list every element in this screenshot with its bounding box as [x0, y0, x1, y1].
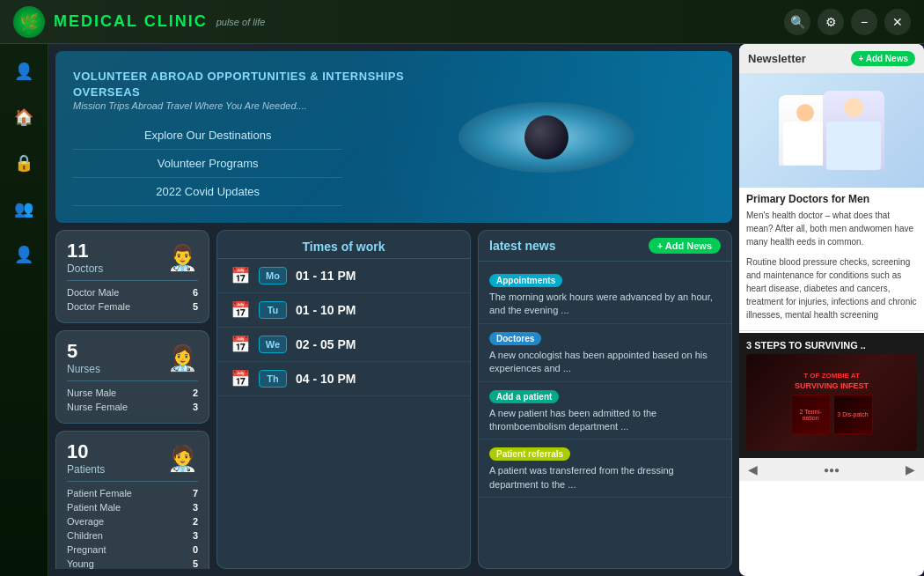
newsletter-article-body2: Routine blood pressure checks, screening… [739, 255, 924, 329]
nurse-female-val: 3 [193, 402, 198, 412]
day-badge: Mo [259, 267, 287, 284]
newsletter-second-section: 3 STEPS TO SURVIVING .. T OF ZOMBIE AT S… [739, 333, 924, 458]
patients-stat-top: 10 Patients 🧑‍⚕️ [67, 440, 198, 476]
day-badge: Th [259, 370, 287, 388]
time-range: 01 - 11 PM [296, 269, 356, 283]
sidebar-item-group[interactable]: 👥 [10, 195, 38, 223]
doctors-stat-top: 11 Doctors 👨‍⚕️ [67, 240, 198, 275]
patient-row-label: Children [67, 530, 103, 541]
sidebar-item-security[interactable]: 🔒 [10, 149, 38, 177]
patient-row-label: Patient Female [67, 488, 132, 498]
patients-divider [67, 481, 198, 482]
hero-menu-destinations[interactable]: Explore Our Destinations [73, 122, 342, 150]
newsletter-header: Newsletter + Add News [739, 44, 924, 73]
topbar: 🌿 MEDICAL CLINIC pulse of life 🔍 ⚙ − ✕ [0, 0, 924, 44]
patients-card: 10 Patients 🧑‍⚕️ Patient Female7Patient … [55, 431, 209, 569]
news-item[interactable]: Patient referrals A patient was transfer… [479, 439, 731, 498]
stats-column: 11 Doctors 👨‍⚕️ Doctor Male 6 Doctor Fem… [55, 230, 209, 569]
doctors-label: Doctors [67, 262, 103, 275]
newsletter-article-title: Primary Doctors for Men [739, 188, 924, 209]
doctor-female-val: 5 [193, 301, 198, 312]
doctors-info: 11 Doctors [67, 240, 103, 275]
newsletter-image [739, 73, 924, 188]
patient-stat-row: Patient Male3 [67, 500, 198, 514]
schedule-row: 📅 We 02 - 05 PM [217, 328, 470, 362]
hero-menu-volunteer[interactable]: Volunteer Programs [73, 150, 342, 178]
search-icon[interactable]: 🔍 [784, 9, 810, 35]
minimize-icon[interactable]: − [851, 9, 877, 35]
time-range: 01 - 10 PM [296, 303, 356, 317]
nurses-label: Nurses [67, 363, 100, 375]
patient-row-val: 0 [193, 544, 198, 555]
calendar-icon: 📅 [231, 300, 250, 320]
doctor-male-row: Doctor Male 6 [67, 285, 198, 299]
nurses-info: 5 Nurses [67, 340, 100, 375]
patient-row-label: Pregnant [67, 544, 106, 555]
settings-icon[interactable]: ⚙ [818, 9, 844, 35]
nurse-male-label: Nurse Male [67, 388, 116, 398]
nurses-stat-top: 5 Nurses 👩‍⚕️ [67, 340, 198, 375]
time-range: 02 - 05 PM [296, 337, 356, 351]
newsletter-content: Primary Doctors for Men Men's health doc… [739, 73, 924, 576]
hero-text-area: VOLUNTEER ABROAD OPPORTUNITIES & INTERNS… [55, 51, 428, 223]
news-item-text: A new patient has been admitted to the t… [489, 407, 721, 434]
nurse-male-val: 2 [193, 388, 198, 398]
nurse-female-label: Nurse Female [67, 402, 128, 412]
newsletter-divider [739, 330, 924, 331]
newsletter-article-body1: Men's health doctor – what does that mea… [739, 209, 924, 255]
patient-row-val: 7 [193, 488, 198, 498]
calendar-icon: 📅 [231, 266, 250, 285]
hero-title: VOLUNTEER ABROAD OPPORTUNITIES & INTERNS… [73, 69, 410, 100]
news-item[interactable]: Appointments The morning work hours were… [479, 266, 731, 324]
news-panel: latest news + Add News Appointments The … [478, 230, 732, 569]
patient-row-label: Overage [67, 516, 104, 527]
patient-stat-row: Patient Female7 [67, 486, 198, 500]
newsletter-second-image: T OF ZOMBIE AT SURVIVING INFEST 2 Termi-… [746, 354, 917, 451]
newsletter-navigation: ◀ ●●● ▶ [739, 458, 924, 481]
newsletter-prev-arrow[interactable]: ◀ [748, 462, 758, 476]
doctor-female-label: Doctor Female [67, 301, 130, 312]
patient-row-label: Young [67, 558, 94, 569]
news-list: Appointments The morning work hours were… [479, 262, 731, 568]
newsletter-panel: Newsletter + Add News [739, 44, 924, 576]
doctor-male-val: 6 [193, 287, 198, 298]
hero-subtitle: Mission Trips Abroad Travel Where You Ar… [73, 100, 410, 111]
doctors-count: 11 [67, 240, 103, 262]
patients-count: 10 [67, 440, 105, 463]
patients-label: Patients [67, 463, 105, 476]
patient-rows-container: Patient Female7Patient Male3Overage2Chil… [67, 486, 198, 569]
schedule-rows: 📅 Mo 01 - 11 PM 📅 Tu 01 - 10 PM 📅 We 02 … [217, 259, 470, 396]
lower-area: 11 Doctors 👨‍⚕️ Doctor Male 6 Doctor Fem… [55, 230, 732, 569]
patient-stat-row: Pregnant0 [67, 543, 198, 557]
add-news-button[interactable]: + Add News [649, 238, 721, 254]
calendar-icon: 📅 [231, 369, 250, 388]
patient-row-label: Patient Male [67, 502, 121, 513]
news-tag: Patient referrals [489, 447, 570, 461]
nurse-female-row: Nurse Female 3 [67, 400, 198, 414]
nurses-card: 5 Nurses 👩‍⚕️ Nurse Male 2 Nurse Female … [55, 330, 209, 424]
sidebar-item-profile[interactable]: 👤 [10, 240, 38, 269]
sidebar-item-home[interactable]: 🏠 [10, 103, 38, 131]
hero-banner: VOLUNTEER ABROAD OPPORTUNITIES & INTERNS… [55, 51, 732, 223]
news-title: latest news [489, 239, 555, 253]
sidebar-item-user[interactable]: 👤 [10, 57, 38, 85]
doctors-card: 11 Doctors 👨‍⚕️ Doctor Male 6 Doctor Fem… [55, 230, 209, 323]
newsletter-page-indicator: ●●● [824, 465, 840, 475]
patient-stat-row: Overage2 [67, 514, 198, 528]
newsletter-add-button[interactable]: + Add News [851, 51, 915, 66]
newsletter-title: Newsletter [748, 52, 806, 65]
news-item-text: A patient was transferred from the dress… [489, 464, 721, 491]
hero-menu-covid[interactable]: 2022 Covid Updates [73, 178, 342, 206]
news-item[interactable]: Add a patient A new patient has been adm… [479, 382, 731, 440]
news-item[interactable]: Doctores A new oncologist has been appoi… [479, 324, 731, 382]
close-icon[interactable]: ✕ [884, 9, 911, 35]
doctors-icon: 👨‍⚕️ [167, 243, 198, 272]
schedule-row: 📅 Mo 01 - 11 PM [217, 259, 470, 293]
main-layout: 👤 🏠 🔒 👥 👤 VOLUNTEER ABROAD OPPORTUNITIES… [0, 44, 924, 576]
news-tag: Add a patient [489, 390, 559, 403]
newsletter-next-arrow[interactable]: ▶ [906, 462, 915, 476]
patient-row-val: 3 [193, 530, 198, 541]
times-header: Times of work [217, 231, 470, 259]
nurses-count: 5 [67, 340, 100, 363]
nurse-male-row: Nurse Male 2 [67, 386, 198, 400]
